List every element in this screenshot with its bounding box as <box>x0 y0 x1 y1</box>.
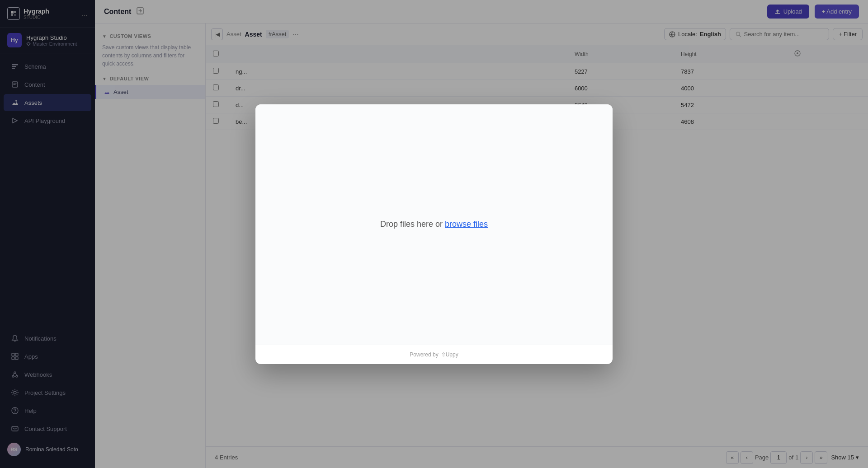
upload-modal: Drop files here or browse files Powered … <box>255 104 613 364</box>
dropzone[interactable]: Drop files here or browse files <box>255 104 613 345</box>
modal-footer: Powered by ⇧Uppy <box>255 345 613 364</box>
modal-overlay[interactable]: Drop files here or browse files Powered … <box>0 0 868 468</box>
uppy-logo: ⇧Uppy <box>441 351 458 358</box>
drop-text: Drop files here or browse files <box>380 220 488 229</box>
browse-files-link[interactable]: browse files <box>445 220 488 229</box>
powered-by-label: Powered by <box>410 351 438 358</box>
